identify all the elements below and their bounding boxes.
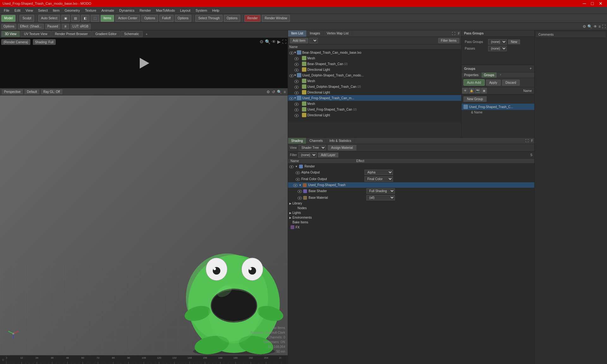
shader-final-color[interactable]: Final Color Output Final Color [288,176,534,182]
base-shader-select[interactable]: Full Shading [366,188,395,194]
render-camera-btn[interactable]: (Render Camera) [1,39,30,45]
apply-btn[interactable]: Apply [486,80,501,86]
3d-viewport[interactable]: Perspective Default Ray GL: Off ⚙ ↺ 🔍 ≡ [0,88,288,364]
new-group-btn[interactable]: New Group [463,96,487,102]
vis-icon7[interactable] [294,85,299,89]
menu-help[interactable]: Help [210,8,222,13]
preview-icon3[interactable]: 👁 [272,39,276,44]
shader-vis-render[interactable] [289,164,294,168]
shader-s-icon[interactable]: S [530,153,532,157]
vis-icon9[interactable] [289,96,294,100]
lights-arrow[interactable]: ▶ [289,211,292,215]
view-btn3[interactable]: ◧ [81,15,89,22]
vis-icon11[interactable] [294,107,299,112]
group-entry-frog[interactable]: Used_Frog-Shaped_Trash_C... [462,104,534,110]
shader-vis-alpha[interactable] [296,170,300,174]
tab-3d-view[interactable]: 3D View [1,31,20,37]
tab-render-preset[interactable]: Render Preset Browser [52,31,91,37]
perspective-btn[interactable]: Perspective [2,89,23,94]
section-fx[interactable]: FX [288,225,534,230]
view-btn1[interactable]: ▣ [61,15,70,22]
arrow9[interactable]: ▼ [294,96,297,100]
alpha-effect-select[interactable]: Alpha [365,170,393,175]
pass-groups-select[interactable]: (none) [488,39,507,45]
shading-icon-expand[interactable]: ⛶ [524,138,530,144]
item-list-icon-filter[interactable]: F [457,30,461,37]
pause-icon-btn[interactable]: ⏸ [62,24,69,29]
default-btn[interactable]: Default [25,89,39,94]
lut-btn[interactable]: LUT: sRGB [71,24,91,29]
tab-add[interactable]: + [143,31,150,37]
tree-mesh1[interactable]: Mesh [288,55,461,61]
view-btn2[interactable]: ▤ [71,15,80,22]
item-tree[interactable]: ▼ Bear-Shaped_Trash_Can_modo_base.lxo Me… [288,50,461,122]
item-list-icon-expand[interactable]: ⛶ [451,30,457,37]
menu-maxtomodo[interactable]: MaxToModo [153,8,177,13]
tree-scene3[interactable]: ▼ Used_Frog-Shaped_Trash_Can_m... [288,95,461,101]
tree-light3[interactable]: Directional Light [288,112,461,118]
render-btn[interactable]: Render [244,15,261,22]
arrow5[interactable]: ▼ [294,74,297,77]
view-btn4[interactable]: ⬚ [91,15,99,22]
play-button[interactable] [136,55,152,71]
icon-gear[interactable]: ⚙ [583,24,586,29]
render-arrow[interactable]: ▼ [295,165,298,168]
tree-light2[interactable]: Directional Light [288,89,461,95]
add-item-select[interactable] [310,38,318,43]
tree-mesh5[interactable]: Mesh [288,101,461,106]
options-btn2[interactable]: Options [1,24,16,29]
3d-canvas[interactable]: No Items Polygons : Catmull-Clark Channe… [0,95,288,355]
menu-texture[interactable]: Texture [83,8,99,13]
pass-new-btn[interactable]: New [508,39,520,44]
section-bake[interactable]: Bake Items [288,220,534,225]
tab-vertex-map[interactable]: Vertex Map List [324,30,352,37]
items-btn[interactable]: Items [101,15,114,22]
tree-scene2[interactable]: ▼ Used_Dolphin-Shaped_Trash_Can_modo... [288,72,461,78]
options1-btn[interactable]: Options [141,15,158,22]
vis-icon5[interactable] [289,73,294,77]
tab-properties[interactable]: Properties [462,72,481,78]
preview-icon1[interactable]: ⚙ [260,39,264,44]
preview-icon2[interactable]: 🔍 [265,39,270,44]
shader-base-material[interactable]: Base Material (all) [288,194,534,201]
menu-layout[interactable]: Layout [177,8,193,13]
preview-icon4[interactable]: ▶ [277,39,281,44]
group-icon-sub1[interactable]: ▣ [481,88,487,94]
shader-frog-material[interactable]: ▼ Used_Frog-Shaped_Trash [288,182,534,188]
vp-icon-more[interactable]: ≡ [284,90,286,94]
library-arrow[interactable]: ▶ [289,202,292,205]
maximize-btn[interactable]: □ [589,1,596,6]
group-icon-lock[interactable]: 🔒 [469,88,474,94]
paused-btn[interactable]: Paused [45,24,60,29]
tab-gradient-editor[interactable]: Gradient Editor [92,31,120,37]
close-btn[interactable]: ✕ [597,1,604,6]
vis-icon4[interactable] [294,68,299,72]
add-item-btn[interactable]: Add Item [290,38,308,43]
icon-more[interactable]: ≡ [598,24,601,29]
icon-magnify[interactable]: 🔍 [587,24,592,29]
vis-icon10[interactable] [294,102,299,106]
shader-alpha-output[interactable]: Alpha Output Alpha [288,169,534,176]
model-btn[interactable]: Model [1,15,15,22]
options2-btn[interactable]: Options [175,15,191,22]
select-through-btn[interactable]: Select Through [195,15,223,22]
falloff-btn[interactable]: Falloff [159,15,174,22]
auto-select-btn[interactable]: Auto Select [38,15,60,22]
tree-light1[interactable]: Directional Light [288,67,461,72]
icon-expand[interactable]: ⛶ [602,24,606,29]
shading-icon-filter[interactable]: F [530,138,534,144]
tab-schematic[interactable]: Schematic [121,31,143,37]
tab-shading[interactable]: Shading [288,138,306,144]
tab-groups[interactable]: Groups [481,72,497,78]
tree-dolphin[interactable]: Used_Dolphin-Shaped_Trash_Can (2) [288,84,461,89]
add-layer-btn[interactable]: Add Layer [318,153,338,157]
sculpt-btn[interactable]: Sculpt [20,15,34,22]
vp-icon-reset[interactable]: ↺ [272,90,275,94]
final-color-select[interactable]: Final Color [365,176,393,182]
vp-icon-settings[interactable]: ⚙ [267,90,270,94]
menu-render[interactable]: Render [137,8,153,13]
vis-icon12[interactable] [294,113,299,117]
icon-preview[interactable]: 👁 [593,24,597,29]
action-center-btn[interactable]: Action Center [115,15,140,22]
groups-plus-icon[interactable]: + [530,66,532,71]
